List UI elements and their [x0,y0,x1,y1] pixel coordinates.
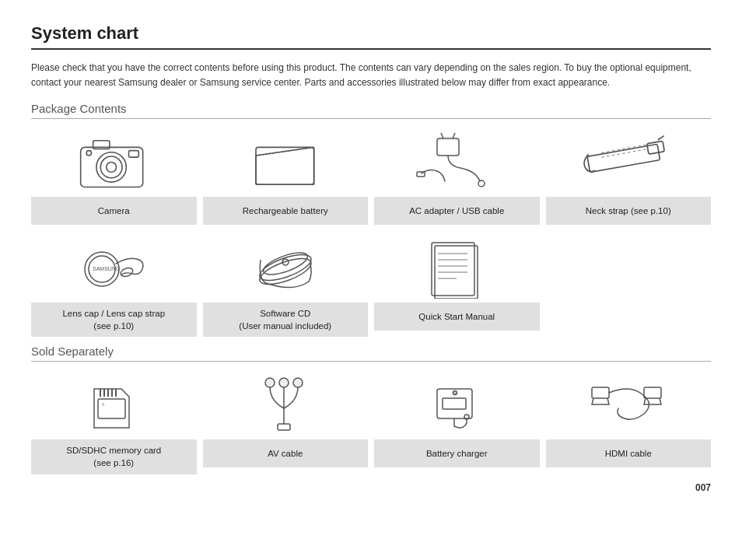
hdmi-cable-label: HDMI cable [546,439,712,467]
page-number: 007 [31,482,711,493]
svg-point-17 [478,180,485,187]
camera-label: Camera [31,197,197,225]
item-sd-card: A SD/SDHC memory card(see p.16) [31,369,197,474]
battery-charger-image [374,369,540,439]
description-text: Please check that you have the correct c… [31,61,711,89]
svg-point-46 [265,378,275,387]
package-contents-title: Package Contents [31,102,711,119]
ac-adapter-label: AC adapter / USB cable [374,197,540,225]
svg-line-16 [453,133,455,138]
lens-cap-image: SAMSUNG [31,233,197,303]
hdmi-cable-image [546,369,712,439]
item-battery: Rechargeable battery [203,127,369,225]
neck-strap-label: Neck strap (see p.10) [546,197,712,225]
battery-label: Rechargeable battery [203,197,369,225]
quick-start-manual-label: Quick Start Manual [374,303,540,331]
svg-rect-22 [647,141,665,154]
quick-start-manual-image [374,233,540,303]
item-battery-charger: Battery charger [374,369,540,474]
svg-point-48 [293,378,303,387]
svg-rect-14 [437,138,459,156]
svg-line-15 [441,133,443,138]
item-software-cd: Software CD(User manual included) [203,233,369,337]
software-cd-label: Software CD(User manual included) [203,303,369,337]
ac-adapter-image [374,127,540,197]
svg-rect-57 [644,387,661,398]
sold-separately-title: Sold Separately [31,345,711,362]
svg-line-20 [601,145,646,152]
svg-point-30 [261,249,310,279]
svg-rect-8 [256,148,314,185]
svg-line-23 [659,136,664,140]
svg-rect-56 [592,387,609,398]
sd-card-image: A [31,369,197,439]
package-contents-row1: Camera Rechargeable battery [31,127,711,225]
lens-cap-label: Lens cap / Lens cap strap(see p.10) [31,303,197,337]
neck-strap-image [546,127,712,197]
svg-text:A: A [102,402,105,407]
item-camera: Camera [31,127,197,225]
battery-charger-label: Battery charger [374,439,540,467]
sold-separately-row: A SD/SDHC memory card(see p.16) AV cabl [31,369,711,474]
av-cable-label: AV cable [203,439,369,467]
svg-point-3 [107,163,117,173]
sd-card-label: SD/SDHC memory card(see p.16) [31,439,197,474]
svg-rect-33 [432,243,474,296]
svg-rect-50 [278,424,290,430]
av-cable-image [203,369,369,439]
svg-text:SAMSUNG: SAMSUNG [93,266,120,271]
item-av-cable: AV cable [203,369,369,474]
item-hdmi-cable: HDMI cable [546,369,712,474]
package-contents-row2: SAMSUNG Lens cap / Lens cap strap(see p.… [31,233,711,337]
svg-point-2 [100,156,122,178]
camera-image [31,127,197,197]
svg-rect-5 [128,151,138,158]
page-title: System chart [31,23,711,50]
software-cd-image [203,233,369,303]
svg-point-47 [279,378,289,387]
item-quick-start-manual: Quick Start Manual [374,233,540,337]
svg-point-6 [86,151,91,156]
svg-point-55 [453,391,457,395]
svg-rect-19 [587,145,660,173]
svg-point-27 [120,267,134,278]
svg-rect-0 [81,148,143,187]
item-lens-cap: SAMSUNG Lens cap / Lens cap strap(see p.… [31,233,197,337]
svg-rect-52 [443,398,466,409]
item-neck-strap: Neck strap (see p.10) [546,127,712,225]
item-ac-adapter: AC adapter / USB cable [374,127,540,225]
battery-image [203,127,369,197]
